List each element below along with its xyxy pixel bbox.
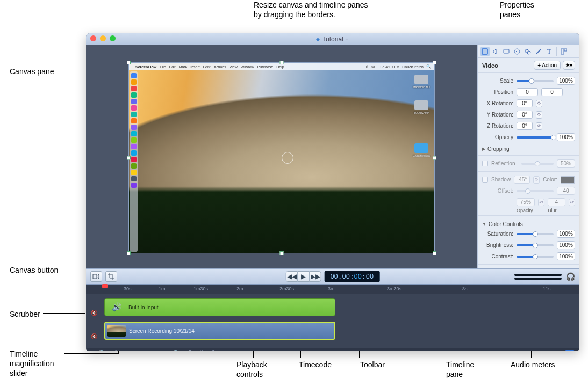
snap-icon[interactable]: ⊏ (531, 349, 539, 352)
shadow-angle-input[interactable]: -45° (514, 176, 530, 184)
stepper-icon[interactable]: ⟳ (536, 100, 542, 107)
reflection-value[interactable]: 50% (557, 159, 575, 168)
tab-text[interactable]: T (544, 47, 554, 56)
window-title[interactable]: ◆ Tutorial ⌄ (316, 35, 349, 43)
zoom-icon[interactable] (110, 35, 116, 41)
tab-annotate[interactable] (534, 47, 543, 56)
clip-label: Built-in Input (128, 304, 159, 310)
callout-resize: Resize canvas and timeline panes by drag… (254, 0, 368, 19)
canvas-pane[interactable]: ScreenFlow File Edit Mark Insert Font Ac… (86, 45, 477, 268)
resize-handle[interactable] (127, 251, 131, 255)
saturation-value[interactable]: 100% (557, 230, 575, 238)
shadow-opacity-value[interactable]: 75% (517, 198, 535, 206)
timecode-display[interactable]: 00.00:00:00 (325, 271, 380, 282)
minimize-icon[interactable] (100, 35, 106, 41)
group-cropping[interactable]: ▶Cropping (482, 143, 575, 153)
prop-opacity: Opacity 100% (482, 132, 575, 143)
tab-video[interactable] (480, 47, 490, 56)
app-window: ◆ Tutorial ⌄ ScreenFlow File Edit Mark I… (86, 33, 579, 351)
menu-item: View (230, 65, 238, 69)
svg-point-4 (527, 51, 530, 54)
svg-point-2 (514, 49, 520, 54)
resize-handle[interactable] (280, 61, 284, 64)
ruler-tick: 3m (328, 286, 335, 292)
callout-scrubber: Scrubber (10, 309, 40, 319)
play-button[interactable]: ▶ (298, 271, 310, 282)
brightness-value[interactable]: 100% (557, 241, 575, 249)
zoom-in-icon[interactable]: 🔍 (173, 350, 180, 351)
headphones-icon[interactable]: 🎧 (566, 272, 575, 281)
timeline-pane[interactable]: 30s 1m 1m30s 2m 2m30s 3m 3m30s 8s 11s 🔇 … (86, 285, 579, 348)
add-track-button[interactable]: + (90, 348, 95, 351)
stepper-icon[interactable]: ⟳ (536, 122, 542, 130)
yrot-input[interactable]: 0° (517, 111, 533, 119)
stepper-icon[interactable]: ▴▾ (569, 199, 575, 206)
xrot-input[interactable]: 0° (517, 99, 533, 107)
add-action-button[interactable]: + Action (534, 61, 561, 70)
fps-badge[interactable]: 30 (564, 350, 575, 352)
titlebar[interactable]: ◆ Tutorial ⌄ (86, 33, 579, 45)
audio-clip[interactable]: 🔊 Built-in Input (104, 298, 335, 316)
resize-handle[interactable] (433, 61, 436, 64)
scale-slider[interactable] (517, 80, 554, 82)
saturation-slider[interactable] (517, 233, 554, 235)
recorded-app-name: ScreenFlow (135, 65, 156, 69)
chapters-icon[interactable]: ▣ (543, 349, 551, 352)
stepper-icon[interactable]: ▴▾ (538, 199, 544, 206)
track-mute-icon[interactable]: 🔇 (86, 321, 102, 340)
label: Scale (482, 78, 513, 84)
contrast-slider[interactable] (517, 256, 554, 258)
rewind-button[interactable]: ◀◀ (286, 271, 298, 282)
callout-line (54, 71, 85, 71)
contrast-value[interactable]: 100% (557, 252, 575, 260)
position-x-input[interactable]: 0 (517, 88, 538, 96)
offset-value[interactable]: 40 (557, 187, 575, 195)
tab-screen[interactable] (501, 47, 511, 56)
brightness-slider[interactable] (517, 244, 554, 246)
resize-handle[interactable] (280, 251, 284, 255)
reflection-slider[interactable] (521, 163, 554, 165)
canvas-selection[interactable]: ScreenFlow File Edit Mark Insert Font Ac… (128, 62, 435, 253)
ruler-tick: 8s (462, 286, 468, 292)
shadow-color-swatch[interactable] (561, 176, 575, 184)
prop-yrotation: Y Rotation: 0° ⟳ (482, 109, 575, 120)
opacity-slider[interactable] (517, 136, 554, 139)
zoom-out-icon[interactable]: 🔍 (99, 350, 105, 351)
opacity-value[interactable]: 100% (557, 133, 575, 141)
timeline-ruler[interactable]: 30s 1m 1m30s 2m 2m30s 3m 3m30s 8s 11s (86, 285, 579, 294)
label: Contrast: (482, 253, 513, 259)
zrot-input[interactable]: 0° (517, 122, 533, 130)
stepper-icon[interactable]: ⟳ (533, 176, 540, 184)
track-mute-icon[interactable]: 🔇 (86, 297, 102, 317)
label: X Rotation: (482, 100, 513, 106)
gear-icon[interactable]: ✱▾ (563, 61, 575, 70)
waveform-icon[interactable]: ⫴ (555, 349, 560, 352)
shadow-blur-value[interactable]: 4 (548, 198, 566, 206)
shadow-checkbox[interactable] (482, 177, 488, 183)
bottom-bar: + 🔍 🔍 Duration: 0 secs ⊏ ▣ ⫴ 30 (86, 348, 579, 351)
stepper-icon[interactable]: ⟳ (536, 111, 542, 119)
tracks: 🔇 🔊 Built-in Input 🔇 Screen Recording 10… (86, 294, 579, 348)
resize-handle[interactable] (433, 251, 436, 255)
scrubber[interactable] (105, 285, 105, 294)
battery-icon: ▭ (371, 64, 375, 69)
position-y-input[interactable]: 0 (541, 88, 563, 96)
resize-handle[interactable] (433, 156, 436, 160)
offset-slider[interactable] (517, 190, 554, 192)
tab-touch[interactable] (523, 47, 533, 56)
tab-layout[interactable] (559, 47, 569, 56)
forward-button[interactable]: ▶▶ (310, 271, 321, 282)
video-clip[interactable]: Screen Recording 10/21/14 (104, 322, 335, 340)
canvas-button[interactable] (90, 271, 102, 282)
tab-callout[interactable] (512, 47, 522, 56)
resize-handle[interactable] (127, 61, 131, 64)
search-icon: 🔍 (426, 64, 431, 69)
scale-value[interactable]: 100% (557, 77, 575, 85)
group-color-controls[interactable]: ▼Color Controls (482, 218, 575, 228)
close-icon[interactable] (90, 35, 96, 41)
resize-handle[interactable] (127, 156, 131, 160)
tab-audio[interactable] (491, 47, 500, 56)
triangle-down-icon: ▼ (482, 222, 486, 227)
reflection-checkbox[interactable] (482, 161, 488, 166)
crop-button[interactable] (105, 271, 117, 282)
